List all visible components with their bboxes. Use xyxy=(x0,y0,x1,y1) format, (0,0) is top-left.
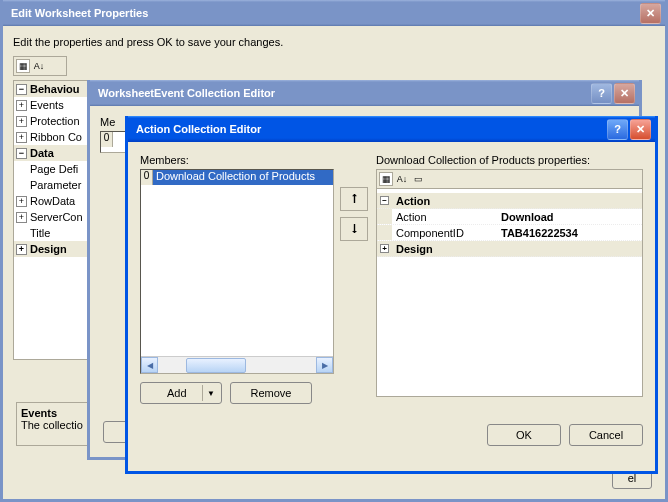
prop-cat-action[interactable]: − Action xyxy=(377,193,642,209)
prop-row-action[interactable]: Action Download xyxy=(377,209,642,225)
dialog-titlebar: Action Collection Editor ? ✕ xyxy=(128,116,655,142)
remove-label: Remove xyxy=(251,387,292,399)
chevron-down-icon[interactable]: ▼ xyxy=(207,389,215,398)
scroll-left-icon[interactable]: ◀ xyxy=(141,357,158,373)
categorized-icon[interactable]: ▦ xyxy=(379,172,393,186)
collapse-icon[interactable]: − xyxy=(16,148,27,159)
scroll-thumb[interactable] xyxy=(186,358,246,373)
members-listbox[interactable]: 0 Download Collection of Products ◀ ▶ xyxy=(140,169,334,374)
expand-icon[interactable]: + xyxy=(16,196,27,207)
help-icon[interactable]: ? xyxy=(607,119,628,140)
add-label: Add xyxy=(167,387,187,399)
prop-value[interactable]: Download xyxy=(497,209,642,224)
prop-name: Action xyxy=(392,209,497,224)
scroll-track[interactable] xyxy=(158,357,316,373)
cancel-button[interactable]: Cancel xyxy=(569,424,643,446)
prop-row-componentid[interactable]: ComponentID TAB416222534 xyxy=(377,225,642,241)
close-icon[interactable]: ✕ xyxy=(640,3,661,24)
propgrid-toolbar: ▦ A↓ ▭ xyxy=(377,170,642,189)
horizontal-scrollbar[interactable]: ◀ ▶ xyxy=(141,356,333,373)
move-down-button[interactable]: 🠗 xyxy=(340,217,368,241)
scroll-right-icon[interactable]: ▶ xyxy=(316,357,333,373)
arrow-down-icon: 🠗 xyxy=(349,223,360,235)
item-label: Download Collection of Products xyxy=(153,170,333,185)
property-pages-icon[interactable]: ▭ xyxy=(411,172,425,186)
expand-icon[interactable]: + xyxy=(380,244,389,253)
alphabetical-icon[interactable]: A↓ xyxy=(32,59,46,73)
categorized-icon[interactable]: ▦ xyxy=(16,59,30,73)
parent-title: Edit Worksheet Properties xyxy=(11,7,148,19)
dialog-title: Action Collection Editor xyxy=(136,123,261,135)
prop-value[interactable]: TAB416222534 xyxy=(497,225,642,240)
instruction-text: Edit the properties and press OK to save… xyxy=(13,36,655,48)
list-item[interactable]: 0 Download Collection of Products xyxy=(141,170,333,185)
props-label: Download Collection of Products properti… xyxy=(376,154,643,166)
collapse-icon[interactable]: − xyxy=(16,84,27,95)
remove-button[interactable]: Remove xyxy=(230,382,312,404)
item-index: 0 xyxy=(141,170,153,185)
arrow-up-icon: 🠕 xyxy=(349,193,360,205)
expand-icon[interactable]: + xyxy=(16,244,27,255)
property-grid[interactable]: ▦ A↓ ▭ − Action Action Download Componen… xyxy=(376,169,643,397)
help-icon[interactable]: ? xyxy=(591,83,612,104)
mid-title: WorksheetEvent Collection Editor xyxy=(98,87,275,99)
mid-titlebar: WorksheetEvent Collection Editor ? ✕ xyxy=(90,80,639,106)
prop-name: ComponentID xyxy=(392,225,497,240)
expand-icon[interactable]: + xyxy=(16,116,27,127)
parent-titlebar: Edit Worksheet Properties ✕ xyxy=(3,0,665,26)
close-icon[interactable]: ✕ xyxy=(614,83,635,104)
expand-icon[interactable]: + xyxy=(16,132,27,143)
propgrid-spacer-icon xyxy=(48,59,62,73)
move-up-button[interactable]: 🠕 xyxy=(340,187,368,211)
propgrid-toolbar: ▦ A↓ xyxy=(13,56,67,76)
alphabetical-icon[interactable]: A↓ xyxy=(395,172,409,186)
collapse-icon[interactable]: − xyxy=(380,196,389,205)
ok-button[interactable]: OK xyxy=(487,424,561,446)
members-label: Members: xyxy=(140,154,368,166)
expand-icon[interactable]: + xyxy=(16,212,27,223)
expand-icon[interactable]: + xyxy=(16,100,27,111)
prop-cat-design[interactable]: + Design xyxy=(377,241,642,257)
add-button[interactable]: Add ▼ xyxy=(140,382,222,404)
close-icon[interactable]: ✕ xyxy=(630,119,651,140)
